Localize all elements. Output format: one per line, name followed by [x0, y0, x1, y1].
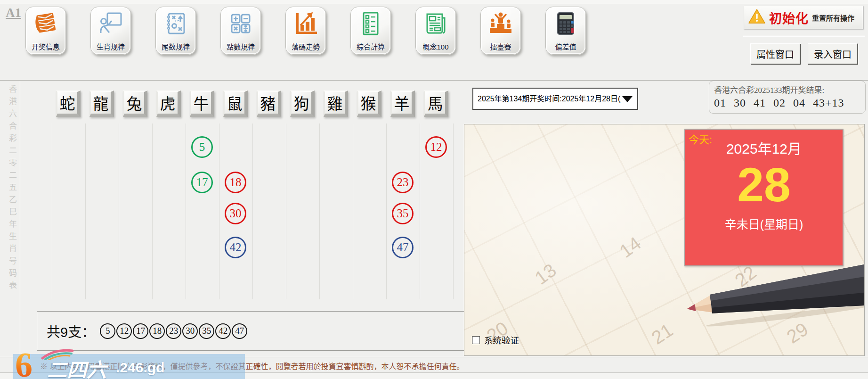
initialize-label: 初始化	[769, 8, 809, 27]
summary-number-5: 5	[100, 323, 115, 339]
zodiac-button-1[interactable]: 蛇	[56, 91, 81, 117]
vertical-divider	[20, 80, 20, 357]
drawn-number-5: 5	[191, 136, 213, 158]
grid-column-separator	[252, 124, 253, 299]
toolbar-button-deviation[interactable]: 偏差值	[545, 7, 586, 55]
corner-label: A1	[6, 6, 21, 20]
zodiac-button-7[interactable]: 豬	[257, 91, 281, 117]
summary-number-17: 17	[133, 323, 148, 339]
toolbar-button-tail-pattern[interactable]: 尾数规律	[155, 7, 196, 55]
presenter-icon	[97, 10, 124, 39]
toolbar-button-zodiac-pattern[interactable]: 生肖规律	[90, 7, 131, 55]
summary-number-18: 18	[149, 323, 165, 339]
grid-column-separator	[52, 124, 52, 299]
toolbar-button-concept-100[interactable]: 概念100	[415, 7, 456, 55]
drawn-number-17: 17	[191, 172, 213, 193]
podium-icon	[487, 10, 514, 39]
grid-column-separator	[319, 124, 320, 299]
zodiac-button-4[interactable]: 虎	[156, 91, 181, 117]
summary-number-12: 12	[116, 323, 132, 339]
toolbar-button-composite-calc[interactable]: 綜合計算	[350, 7, 391, 55]
zodiac-button-5[interactable]: 牛	[190, 91, 214, 117]
draw-result-box: 香港六合彩2025133期开奖结果: 01 30 41 02 04 43+13	[709, 81, 866, 114]
drawn-number-12: 12	[425, 136, 447, 158]
draw-result-numbers: 01 30 41 02 04 43+13	[714, 97, 860, 109]
draw-result-title: 香港六合彩2025133期开奖结果:	[714, 83, 860, 95]
summary-number-47: 47	[232, 323, 247, 339]
drawn-number-35: 35	[392, 203, 414, 224]
zodiac-button-3[interactable]: 兔	[123, 91, 147, 117]
zodiac-button-12[interactable]: 馬	[424, 91, 448, 117]
calendar-faint-number: 14	[616, 232, 645, 262]
zodiac-button-9[interactable]: 雞	[324, 91, 348, 117]
draw-period-value: 2025年第134期开奖时间:2025年12月28日(星期日)	[478, 89, 621, 109]
window-top-strip	[0, 0, 868, 4]
grid-column-separator	[353, 124, 353, 299]
zodiac-button-10[interactable]: 猴	[357, 91, 381, 117]
reset-all-label: 重置所有操作	[812, 13, 854, 23]
watermark-digit: 6	[15, 347, 32, 379]
today-calendar-card: 今天: 2025年12月 28 辛未日(星期日)	[684, 129, 844, 266]
calendar-panel: 今天: 2025年12月 28 辛未日(星期日) 系统验证 1314202122…	[464, 124, 865, 356]
summary-number-42: 42	[215, 323, 231, 339]
toolbar-button-label: 偏差值	[555, 41, 576, 51]
pencil-image	[679, 262, 865, 332]
toolbar-button-label: 點數規律	[227, 41, 255, 51]
grid-column-separator	[152, 124, 153, 299]
toolbar-button-draw-info[interactable]: 开奖信息	[25, 7, 66, 55]
toolbar-button-label: 擂臺賽	[490, 41, 511, 51]
toolbar-button-label: 尾数规律	[162, 41, 190, 51]
chevron-down-icon	[622, 96, 633, 102]
toolbar-button-trend[interactable]: 落碼走勢	[285, 7, 326, 55]
summary-number-35: 35	[199, 323, 214, 339]
initialize-button[interactable]: 初始化 重置所有操作	[744, 6, 863, 29]
system-verify-checkbox[interactable]	[472, 336, 480, 344]
summary-number-30: 30	[182, 323, 198, 339]
draw-period-dropdown[interactable]: 2025年第134期开奖时间:2025年12月28日(星期日)	[472, 88, 638, 110]
chart-icon	[292, 10, 319, 39]
summary-label: 共9支：	[47, 321, 95, 341]
zodiac-button-6[interactable]: 鼠	[223, 91, 248, 117]
property-window-label: 属性窗口	[756, 47, 794, 61]
drawn-number-23: 23	[392, 172, 414, 193]
vertical-title-banner: 香港六合彩二零二五乙巳年生肖号码表	[6, 85, 18, 306]
today-label: 今天:	[689, 131, 712, 146]
grid-column-separator	[219, 124, 219, 299]
newspaper-icon	[422, 10, 449, 39]
books-icon	[32, 10, 59, 39]
grid-column-separator	[85, 124, 86, 299]
drawn-number-42: 42	[225, 237, 246, 258]
entry-window-button[interactable]: 录入窗口	[808, 43, 858, 64]
toolbar-button-arena[interactable]: 擂臺賽	[480, 7, 521, 55]
site-watermark: 6 二四六 .246.gd	[13, 354, 245, 379]
grid-column-separator	[286, 124, 286, 299]
zodiac-button-2[interactable]: 龍	[89, 91, 114, 117]
calendar-faint-number: 21	[648, 320, 677, 349]
zodiac-button-8[interactable]: 狗	[290, 91, 315, 117]
math-icon	[227, 10, 254, 39]
entry-window-label: 录入窗口	[814, 47, 852, 61]
property-window-button[interactable]: 属性窗口	[750, 43, 800, 64]
watermark-script-text: 二四六	[47, 354, 106, 379]
warning-icon	[748, 8, 766, 26]
calendar-faint-number: 29	[783, 319, 812, 348]
calendar-day: 28	[685, 160, 843, 210]
checklist-icon	[357, 10, 384, 39]
grid-column-separator	[119, 124, 119, 299]
drawn-number-47: 47	[392, 237, 414, 258]
summary-box: 共9支： 51217182330354247	[37, 311, 481, 351]
toolbar-button-label: 开奖信息	[32, 41, 60, 51]
summary-numbers: 51217182330354247	[100, 323, 248, 339]
calculator-icon	[552, 10, 579, 39]
toolbar-button-label: 落碼走勢	[292, 41, 320, 51]
drawn-number-30: 30	[225, 203, 246, 224]
toolbar-button-label: 綜合計算	[357, 41, 385, 51]
strategy-icon	[162, 10, 189, 39]
zodiac-button-11[interactable]: 羊	[390, 91, 415, 117]
watermark-domain-text: .246.gd	[116, 360, 164, 376]
grid-column-separator	[186, 124, 186, 299]
drawn-number-18: 18	[225, 172, 246, 193]
calendar-day-info: 辛未日(星期日)	[685, 215, 843, 232]
toolbar-button-points-pattern[interactable]: 點數規律	[220, 7, 261, 55]
calendar-faint-number: 13	[531, 259, 560, 289]
